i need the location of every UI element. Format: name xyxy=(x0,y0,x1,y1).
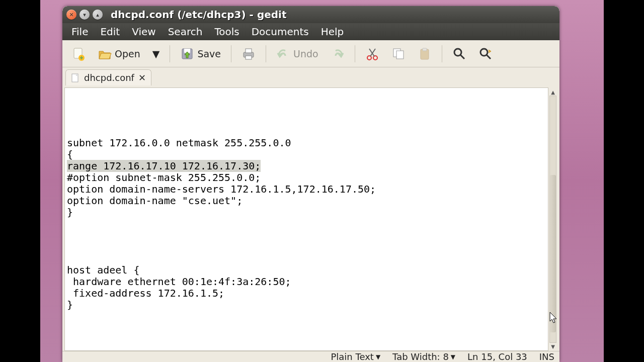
tabbar: dhcpd.conf ✕ xyxy=(62,67,559,85)
status-cursor-position: Ln 15, Col 33 xyxy=(467,351,527,362)
scroll-track[interactable] xyxy=(549,96,556,343)
print-icon xyxy=(242,47,256,61)
chevron-down-icon: ▼ xyxy=(451,353,455,360)
undo-label: Undo xyxy=(293,48,318,59)
replace-button[interactable] xyxy=(474,45,497,63)
open-button[interactable]: Open xyxy=(94,45,144,63)
editor-text-post: #option subnet-mask 255.255.0.0; option … xyxy=(67,171,376,311)
scroll-up-icon[interactable]: ▲ xyxy=(549,88,556,96)
save-button[interactable]: Save xyxy=(176,45,225,63)
status-tabwidth[interactable]: Tab Width: 8 ▼ xyxy=(392,351,455,362)
svg-rect-10 xyxy=(396,51,404,59)
menu-view[interactable]: View xyxy=(127,25,160,39)
window-minimize-button[interactable]: ▾ xyxy=(79,10,90,20)
print-button[interactable] xyxy=(237,45,260,63)
toolbar-separator xyxy=(266,45,266,62)
titlebar[interactable]: ✕ ▾ ▴ dhcpd.conf (/etc/dhcp3) - gedit xyxy=(62,6,559,23)
find-replace-icon xyxy=(478,47,493,61)
status-language[interactable]: Plain Text ▼ xyxy=(331,351,380,362)
redo-button[interactable] xyxy=(327,45,349,63)
copy-icon xyxy=(391,47,406,61)
open-label: Open xyxy=(115,48,140,59)
open-dropdown-button[interactable]: ▼ xyxy=(148,46,164,61)
statusbar: Plain Text ▼ Tab Width: 8 ▼ Ln 15, Col 3… xyxy=(62,351,559,362)
save-label: Save xyxy=(197,48,221,59)
editor-text-highlighted: range 172.16.17.10 172.16.17.30; xyxy=(67,160,261,172)
window-maximize-button[interactable]: ▴ xyxy=(93,10,103,20)
undo-button[interactable]: Undo xyxy=(272,45,323,63)
menu-search[interactable]: Search xyxy=(163,25,208,39)
editor-text-pre: subnet 172.16.0.0 netmask 255.255.0.0 { xyxy=(67,137,291,160)
editor-area: subnet 172.16.0.0 netmask 255.255.0.0 { … xyxy=(62,85,559,351)
toolbar-separator xyxy=(170,45,170,62)
tab-dhcpd-conf[interactable]: dhcpd.conf ✕ xyxy=(65,69,151,85)
menu-edit[interactable]: Edit xyxy=(95,25,125,39)
window-close-button[interactable]: ✕ xyxy=(66,10,76,20)
new-file-icon xyxy=(71,47,86,61)
chevron-down-icon: ▼ xyxy=(152,48,160,59)
window-title: dhcpd.conf (/etc/dhcp3) - gedit xyxy=(111,9,287,21)
undo-icon xyxy=(276,47,290,61)
cut-button[interactable] xyxy=(361,45,383,63)
scroll-down-icon[interactable]: ▼ xyxy=(549,343,556,350)
tab-label: dhcpd.conf xyxy=(84,72,134,83)
menu-help[interactable]: Help xyxy=(316,25,349,39)
toolbar-separator xyxy=(442,45,442,62)
paste-icon xyxy=(418,47,432,61)
search-icon xyxy=(452,47,466,61)
scroll-thumb[interactable] xyxy=(550,175,556,333)
status-insert-mode: INS xyxy=(539,351,554,362)
open-icon xyxy=(98,47,112,61)
gedit-window: ✕ ▾ ▴ dhcpd.conf (/etc/dhcp3) - gedit Fi… xyxy=(62,6,559,362)
text-editor[interactable]: subnet 172.16.0.0 netmask 255.255.0.0 { … xyxy=(64,87,548,351)
find-button[interactable] xyxy=(448,45,470,63)
new-file-button[interactable] xyxy=(67,45,90,63)
chevron-down-icon: ▼ xyxy=(376,353,380,360)
save-icon xyxy=(180,47,194,61)
vertical-scrollbar[interactable]: ▲ ▼ xyxy=(548,87,557,351)
toolbar-separator xyxy=(355,45,355,62)
toolbar: Open ▼ Save Undo xyxy=(62,40,559,67)
svg-rect-12 xyxy=(423,48,427,51)
menu-tools[interactable]: Tools xyxy=(209,25,244,39)
svg-rect-6 xyxy=(246,56,252,59)
redo-icon xyxy=(331,47,345,61)
paste-button[interactable] xyxy=(414,45,436,63)
cut-icon xyxy=(365,47,379,61)
svg-rect-5 xyxy=(246,49,252,53)
svg-point-14 xyxy=(480,49,488,56)
menubar: File Edit View Search Tools Documents He… xyxy=(62,23,559,40)
menu-file[interactable]: File xyxy=(66,25,93,39)
svg-point-13 xyxy=(454,49,461,56)
tab-close-icon[interactable]: ✕ xyxy=(138,72,146,83)
document-icon xyxy=(71,73,80,82)
toolbar-separator xyxy=(231,45,231,62)
menu-documents[interactable]: Documents xyxy=(247,25,314,39)
copy-button[interactable] xyxy=(387,45,410,63)
